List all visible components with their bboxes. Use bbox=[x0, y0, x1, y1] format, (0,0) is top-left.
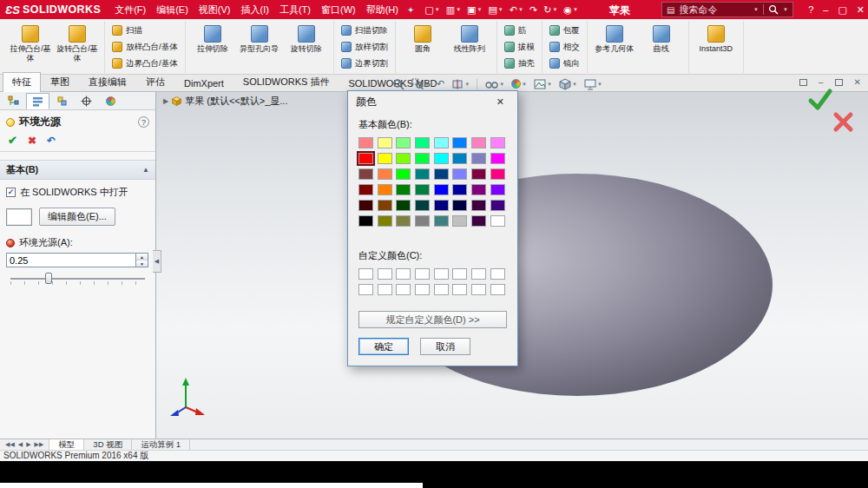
search-command-box[interactable]: ▤ 搜索命令 ▼ ▼ bbox=[661, 2, 793, 17]
color-swatch[interactable] bbox=[396, 137, 411, 148]
tab-dimxpert[interactable]: DimXpert bbox=[174, 75, 233, 91]
custom-color-swatch[interactable] bbox=[396, 284, 411, 295]
color-swatch[interactable] bbox=[471, 153, 486, 164]
custom-color-swatch[interactable] bbox=[490, 284, 505, 295]
configuration-manager-tab[interactable] bbox=[50, 93, 74, 109]
ribbon-button-extrude-boss[interactable]: 拉伸凸台/基体 bbox=[8, 22, 53, 72]
ribbon-button-revolved-cut[interactable]: 旋转切除 bbox=[284, 22, 329, 72]
color-swatch[interactable] bbox=[415, 184, 430, 195]
new-document-button[interactable]: ▢▼ bbox=[423, 4, 441, 16]
search-icon[interactable] bbox=[768, 4, 779, 15]
ribbon-button-revolve-boss[interactable]: 旋转凸台/基体 bbox=[55, 22, 100, 72]
menu-item[interactable]: 视图(V) bbox=[194, 0, 236, 20]
save-button[interactable]: ▣▼ bbox=[465, 4, 483, 16]
confirm-cancel-icon[interactable] bbox=[832, 111, 854, 133]
color-swatch[interactable] bbox=[358, 137, 373, 148]
color-swatch[interactable] bbox=[490, 215, 505, 227]
custom-color-swatch[interactable] bbox=[471, 268, 486, 280]
help-button[interactable]: ? bbox=[808, 4, 813, 15]
ribbon-button-mirror[interactable]: 镜向 bbox=[547, 56, 582, 71]
open-button[interactable]: ▥▼ bbox=[444, 4, 463, 16]
color-swatch[interactable] bbox=[396, 184, 411, 195]
minimize-button[interactable]: – bbox=[823, 4, 828, 15]
slider-track[interactable] bbox=[10, 278, 145, 280]
color-swatch[interactable] bbox=[434, 153, 449, 164]
ribbon-button-reference-geometry[interactable]: 参考几何体 bbox=[592, 22, 637, 72]
color-swatch[interactable] bbox=[434, 215, 449, 227]
color-swatch[interactable] bbox=[471, 184, 486, 195]
color-swatch[interactable] bbox=[396, 168, 411, 180]
minimize-doc-icon[interactable]: – bbox=[819, 77, 824, 87]
color-swatch[interactable] bbox=[415, 137, 430, 148]
color-swatch[interactable] bbox=[396, 200, 411, 211]
zoom-to-area-icon[interactable]: ▼ bbox=[411, 78, 430, 90]
display-manager-tab[interactable] bbox=[99, 93, 122, 109]
undo-button[interactable]: ↶▼ bbox=[508, 4, 525, 16]
basic-section-header[interactable]: 基本(B) ▲ bbox=[0, 160, 155, 180]
ribbon-button-draft[interactable]: 拔模 bbox=[502, 39, 537, 55]
section-view-icon[interactable]: ▼ bbox=[451, 78, 470, 90]
tab-direct-editing[interactable]: 直接编辑 bbox=[79, 72, 136, 91]
ribbon-button-boundary-cut[interactable]: 边界切割 bbox=[339, 56, 391, 71]
color-swatch[interactable] bbox=[378, 184, 392, 195]
confirm-ok-icon[interactable] bbox=[807, 88, 833, 111]
expand-arrow-icon[interactable]: ▶ bbox=[163, 97, 168, 105]
color-swatch[interactable] bbox=[415, 200, 430, 211]
zoom-to-fit-icon[interactable] bbox=[392, 78, 404, 90]
scroll-last-icon[interactable]: ▶▶ bbox=[35, 441, 44, 448]
redo-button[interactable]: ↷ bbox=[528, 4, 539, 16]
color-swatch[interactable] bbox=[358, 184, 373, 195]
color-swatch[interactable] bbox=[471, 200, 486, 211]
tab-sketch[interactable]: 草图 bbox=[41, 72, 79, 91]
color-swatch[interactable] bbox=[490, 168, 505, 180]
color-swatch[interactable] bbox=[378, 215, 392, 227]
slider-thumb[interactable] bbox=[45, 273, 52, 284]
appearances-icon[interactable]: ▼ bbox=[511, 79, 527, 89]
previous-view-icon[interactable]: ↶ bbox=[437, 78, 444, 89]
color-dialog-titlebar[interactable]: 颜色 ✕ bbox=[348, 91, 517, 113]
restore-doc-icon[interactable] bbox=[799, 79, 807, 86]
close-doc-icon[interactable]: ✕ bbox=[854, 77, 861, 87]
ok-check-icon[interactable]: ✔ bbox=[8, 134, 17, 147]
custom-color-swatch[interactable] bbox=[358, 284, 373, 295]
color-swatch[interactable] bbox=[358, 153, 373, 164]
print-button[interactable]: ▤▼ bbox=[486, 4, 504, 16]
color-swatch[interactable] bbox=[358, 168, 373, 180]
display-style-icon[interactable]: ▼ bbox=[584, 78, 602, 90]
color-swatch[interactable] bbox=[471, 168, 486, 180]
custom-color-swatch[interactable] bbox=[396, 268, 411, 280]
scroll-left-icon[interactable]: ◀ bbox=[18, 441, 23, 448]
ribbon-button-shell[interactable]: 抽壳 bbox=[502, 56, 537, 71]
options-button[interactable]: ◉▼ bbox=[562, 4, 580, 16]
color-swatch[interactable] bbox=[415, 168, 430, 180]
tree-item-label[interactable]: 苹果 (默认<<默认>_显... bbox=[185, 95, 287, 108]
ribbon-button-extruded-cut[interactable]: 拉伸切除 bbox=[190, 22, 235, 72]
menu-item[interactable]: 编辑(E) bbox=[151, 0, 194, 20]
pin-menu-icon[interactable]: ✦ bbox=[404, 5, 418, 15]
restore-button[interactable]: ▢ bbox=[838, 4, 846, 16]
custom-color-swatch[interactable] bbox=[452, 284, 467, 295]
cancel-x-icon[interactable]: ✖ bbox=[28, 135, 36, 147]
custom-color-swatch[interactable] bbox=[452, 268, 467, 280]
help-icon[interactable]: ? bbox=[138, 116, 149, 128]
cancel-button[interactable]: 取消 bbox=[420, 338, 470, 355]
maximize-doc-icon[interactable] bbox=[835, 79, 843, 86]
ribbon-button-instant3d[interactable]: Instant3D bbox=[694, 22, 739, 72]
spinner-up-icon[interactable]: ▲ bbox=[136, 254, 148, 260]
view-orientation-icon[interactable]: ▼ bbox=[559, 78, 577, 90]
custom-color-swatch[interactable] bbox=[415, 268, 430, 280]
color-swatch[interactable] bbox=[490, 153, 505, 164]
tab-evaluate[interactable]: 评估 bbox=[136, 72, 174, 91]
tab-features[interactable]: 特征 bbox=[3, 72, 41, 92]
custom-color-swatch[interactable] bbox=[434, 268, 449, 280]
close-icon[interactable]: ✕ bbox=[491, 96, 510, 109]
property-manager-tab[interactable] bbox=[26, 93, 49, 109]
color-swatch[interactable] bbox=[452, 200, 467, 211]
dimxpert-manager-tab[interactable] bbox=[75, 93, 98, 109]
color-swatch[interactable] bbox=[434, 168, 449, 180]
open-in-solidworks-row[interactable]: ✓ 在 SOLIDWORKS 中打开 bbox=[0, 180, 155, 202]
scroll-right-icon[interactable]: ▶ bbox=[26, 441, 30, 448]
close-button[interactable]: ✕ bbox=[857, 4, 865, 16]
tab-motion-study[interactable]: 运动算例 1 bbox=[132, 439, 190, 450]
color-swatch[interactable] bbox=[378, 200, 392, 211]
